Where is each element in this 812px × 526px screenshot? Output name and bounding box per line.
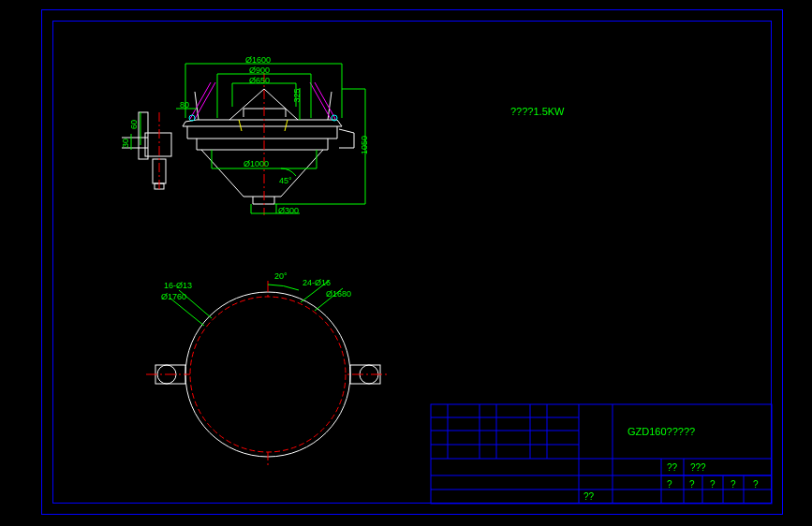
tb-field7: ? — [731, 479, 736, 489]
tb-field6: ? — [710, 479, 716, 489]
drawing-title: GZD160????? — [627, 426, 695, 437]
tb-field3: ?? — [583, 491, 594, 502]
tb-field1: ?? — [667, 462, 677, 473]
titleblock-grid — [0, 0, 812, 526]
svg-rect-70 — [431, 404, 772, 504]
tb-field2: ??? — [690, 462, 706, 473]
tb-field8: ? — [753, 479, 759, 489]
tb-field4: ? — [667, 479, 672, 489]
tb-field5: ? — [689, 479, 695, 489]
